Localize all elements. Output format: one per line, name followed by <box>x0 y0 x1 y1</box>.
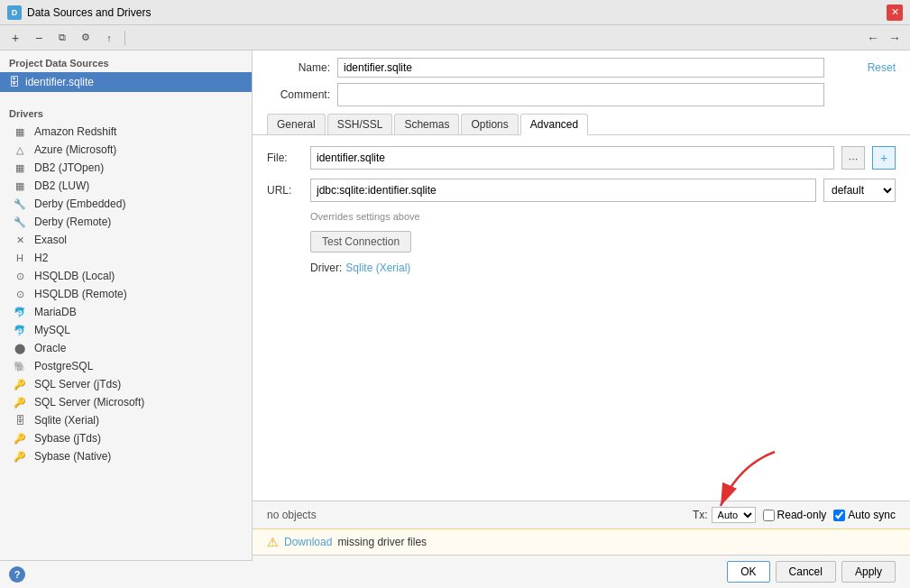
bottom-right: Tx: Auto Read-only Auto sync <box>693 507 896 523</box>
driver-item-icon: 🔑 <box>13 451 27 463</box>
tabs-row: General SSH/SSL Schemas Options Advanced <box>253 114 910 135</box>
driver-item[interactable]: 🔑Sybase (Native) <box>0 447 252 465</box>
tab-options[interactable]: Options <box>461 114 518 134</box>
tab-ssh-ssl[interactable]: SSH/SSL <box>327 114 393 134</box>
readonly-checkbox[interactable] <box>763 510 775 521</box>
file-row: File: ··· + <box>267 146 896 170</box>
toolbar: + − ⧉ ⚙ ↑ ← → <box>0 25 910 51</box>
driver-item-label: Exasol <box>34 234 67 246</box>
download-link[interactable]: Download <box>284 536 332 548</box>
tx-row: Tx: Auto <box>693 507 756 523</box>
driver-item-icon: ▦ <box>13 180 27 192</box>
config-button[interactable]: ⚙ <box>76 28 96 48</box>
driver-item[interactable]: 🔧Derby (Remote) <box>0 213 252 231</box>
apply-button[interactable]: Apply <box>841 561 896 583</box>
driver-item-icon: ⊙ <box>13 271 27 282</box>
help-button[interactable]: ? <box>9 566 25 583</box>
driver-item[interactable]: ⊙HSQLDB (Remote) <box>0 285 252 303</box>
drivers-list: ▦Amazon Redshift△Azure (Microsoft)▦DB2 (… <box>0 123 252 588</box>
driver-item-label: MySQL <box>34 324 70 336</box>
driver-item-icon: ⬤ <box>13 343 27 354</box>
driver-item[interactable]: ▦Amazon Redshift <box>0 123 252 141</box>
left-panel: Project Data Sources 🗄 identifier.sqlite… <box>0 51 253 588</box>
driver-item[interactable]: 🐬MariaDB <box>0 303 252 321</box>
driver-item[interactable]: HH2 <box>0 249 252 267</box>
driver-item-icon: 🔧 <box>13 216 27 228</box>
driver-row: Driver: Sqlite (Xerial) <box>310 262 896 274</box>
driver-item[interactable]: △Azure (Microsoft) <box>0 141 252 159</box>
cancel-button[interactable]: Cancel <box>776 561 836 583</box>
nav-back-button[interactable]: ← <box>863 28 883 48</box>
tx-select[interactable]: Auto <box>712 507 756 523</box>
database-icon: 🗄 <box>9 76 20 88</box>
warning-icon: ⚠ <box>267 535 279 549</box>
no-objects-label: no objects <box>267 509 317 521</box>
driver-item[interactable]: 🔑SQL Server (Microsoft) <box>0 393 252 411</box>
tab-schemas[interactable]: Schemas <box>394 114 459 134</box>
driver-item-label: HSQLDB (Remote) <box>34 288 127 300</box>
driver-item[interactable]: 🐬MySQL <box>0 321 252 339</box>
warning-message: missing driver files <box>337 536 427 548</box>
action-row: OK Cancel Apply <box>253 555 910 588</box>
autosync-label[interactable]: Auto sync <box>833 509 896 521</box>
driver-item-icon: 🗄 <box>13 415 27 426</box>
project-item[interactable]: 🗄 identifier.sqlite <box>0 72 252 92</box>
url-row: URL: default custom <box>267 179 896 202</box>
browse-button[interactable]: ··· <box>841 146 865 170</box>
url-select[interactable]: default custom <box>823 179 896 202</box>
title-bar-left: D Data Sources and Drivers <box>7 5 151 20</box>
driver-item[interactable]: 🔑SQL Server (jTds) <box>0 375 252 393</box>
app-icon: D <box>7 5 22 20</box>
driver-item-icon: ▦ <box>13 126 27 138</box>
driver-item[interactable]: ✕Exasol <box>0 231 252 249</box>
test-connection-button[interactable]: Test Connection <box>310 231 411 253</box>
comment-input[interactable] <box>337 83 824 106</box>
overrides-text: Overrides settings above <box>310 211 896 222</box>
project-section-header: Project Data Sources <box>0 51 252 72</box>
driver-item-icon: 🔑 <box>13 433 27 445</box>
driver-item-label: Derby (Embedded) <box>34 198 125 210</box>
name-input[interactable] <box>337 58 824 78</box>
driver-item[interactable]: ⬤Oracle <box>0 339 252 357</box>
driver-item[interactable]: 🗄Sqlite (Xerial) <box>0 411 252 429</box>
driver-item-label: Sybase (Native) <box>34 450 111 463</box>
ok-button[interactable]: OK <box>727 561 769 583</box>
driver-item[interactable]: 🔧Derby (Embedded) <box>0 195 252 213</box>
tab-advanced[interactable]: Advanced <box>520 114 588 135</box>
driver-item-label: Sybase (jTds) <box>34 432 101 445</box>
reset-link[interactable]: Reset <box>868 61 896 74</box>
driver-item-label: Oracle <box>34 342 66 354</box>
drivers-section-header: Drivers <box>0 101 252 123</box>
driver-item[interactable]: 🐘PostgreSQL <box>0 357 252 375</box>
url-label: URL: <box>267 184 303 197</box>
remove-button[interactable]: − <box>29 28 49 48</box>
autosync-checkbox[interactable] <box>833 510 845 521</box>
driver-item-icon: △ <box>13 144 27 156</box>
driver-item-label: SQL Server (jTds) <box>34 378 121 390</box>
file-input[interactable] <box>310 146 834 170</box>
url-input[interactable] <box>310 179 816 202</box>
add-button[interactable]: + <box>5 28 25 48</box>
driver-item-label: HSQLDB (Local) <box>34 270 115 282</box>
warning-bar: ⚠ Download missing driver files <box>253 528 910 555</box>
driver-item[interactable]: ⊙HSQLDB (Local) <box>0 267 252 285</box>
driver-item-label: SQL Server (Microsoft) <box>34 396 144 409</box>
driver-item[interactable]: ▦DB2 (LUW) <box>0 177 252 195</box>
readonly-label[interactable]: Read-only <box>763 509 827 521</box>
driver-item-icon: 🔧 <box>13 198 27 210</box>
import-button[interactable]: ↑ <box>99 28 119 48</box>
close-button[interactable]: ✕ <box>887 5 903 21</box>
driver-item-label: Sqlite (Xerial) <box>34 414 99 427</box>
driver-item[interactable]: ▦DB2 (JTOpen) <box>0 159 252 177</box>
add-file-button[interactable]: + <box>872 146 896 170</box>
driver-link[interactable]: Sqlite (Xerial) <box>345 262 410 274</box>
name-label: Name: <box>267 61 330 74</box>
driver-item[interactable]: 🔑Sybase (jTds) <box>0 429 252 447</box>
separator <box>124 31 125 45</box>
autosync-text: Auto sync <box>848 509 896 521</box>
copy-button[interactable]: ⧉ <box>52 28 72 48</box>
nav-forward-button[interactable]: → <box>885 28 905 48</box>
driver-item-icon: 🔑 <box>13 379 27 390</box>
driver-item-label: Azure (Microsoft) <box>34 143 116 156</box>
tab-general[interactable]: General <box>267 114 326 134</box>
